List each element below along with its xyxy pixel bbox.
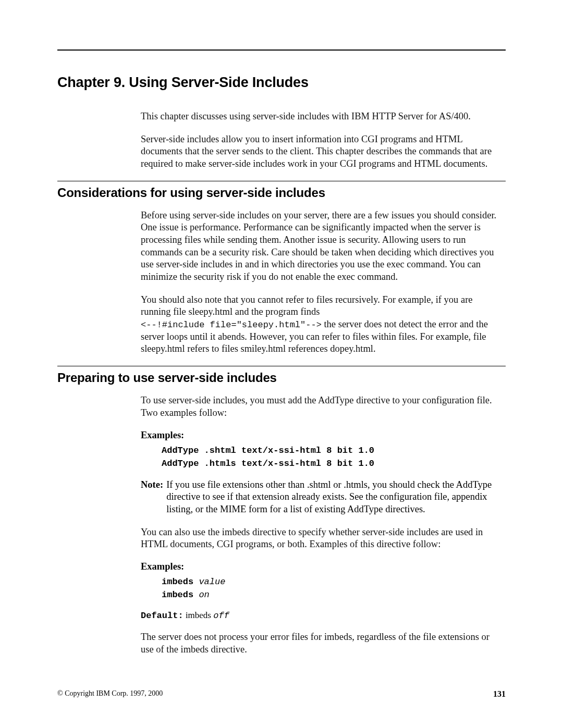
section-heading-considerations: Considerations for using server-side inc… [57,186,506,200]
note-label: Note: [141,479,163,516]
code2-l2-i: on [199,590,209,600]
intro-paragraph-2: Server-side includes allow you to insert… [141,133,498,170]
code-block-imbeds: imbeds value imbeds on [162,575,498,602]
s1p2-pre: You should also note that you cannot ref… [141,294,473,317]
page-footer: © Copyright IBM Corp. 1997, 2000 131 [57,689,506,699]
code1-line1: AddType .shtml text/x-ssi-html 8 bit 1.0 [162,446,374,455]
default-line: Default: imbeds off [141,610,498,621]
intro-block: This chapter discusses using server-side… [141,110,498,170]
top-horizontal-rule [57,50,506,51]
section1-body: Before using server-side includes on you… [141,209,498,355]
section-heading-preparing: Preparing to use server-side includes [57,371,506,385]
page-number: 131 [493,689,506,699]
section-rule-1 [57,181,506,181]
chapter-title: Chapter 9. Using Server-Side Includes [57,75,506,91]
code-block-addtype: AddType .shtml text/x-ssi-html 8 bit 1.0… [162,444,498,471]
intro-paragraph-1: This chapter discusses using server-side… [141,110,498,123]
default-roman: imbeds [183,610,214,620]
section-rule-2 [57,366,506,366]
section1-paragraph-2: You should also note that you cannot ref… [141,294,498,355]
note-text: If you use file extensions other than .s… [166,479,498,516]
code2-l2-b: imbeds [162,590,193,600]
section1-paragraph-1: Before using server-side includes on you… [141,209,498,283]
code2-l1-b: imbeds [162,577,193,587]
s1p2-code: <--!#include file="sleepy.html"--> [141,320,322,330]
section2-paragraph-2: You can also use the imbeds directive to… [141,526,498,551]
section2-body: To use server-side includes, you must ad… [141,394,498,656]
note-block: Note: If you use file extensions other t… [141,479,498,516]
section2-paragraph-3: The server does not process your error f… [141,631,498,656]
examples-label-2: Examples: [141,561,498,572]
default-ital: off [213,611,229,621]
copyright-text: © Copyright IBM Corp. 1997, 2000 [57,689,163,699]
code1-line2: AddType .htmls text/x-ssi-html 8 bit 1.0 [162,459,374,468]
examples-label-1: Examples: [141,430,498,441]
section2-paragraph-1: To use server-side includes, you must ad… [141,394,498,419]
code2-l1-i: value [199,577,225,587]
default-label: Default: [141,611,183,621]
